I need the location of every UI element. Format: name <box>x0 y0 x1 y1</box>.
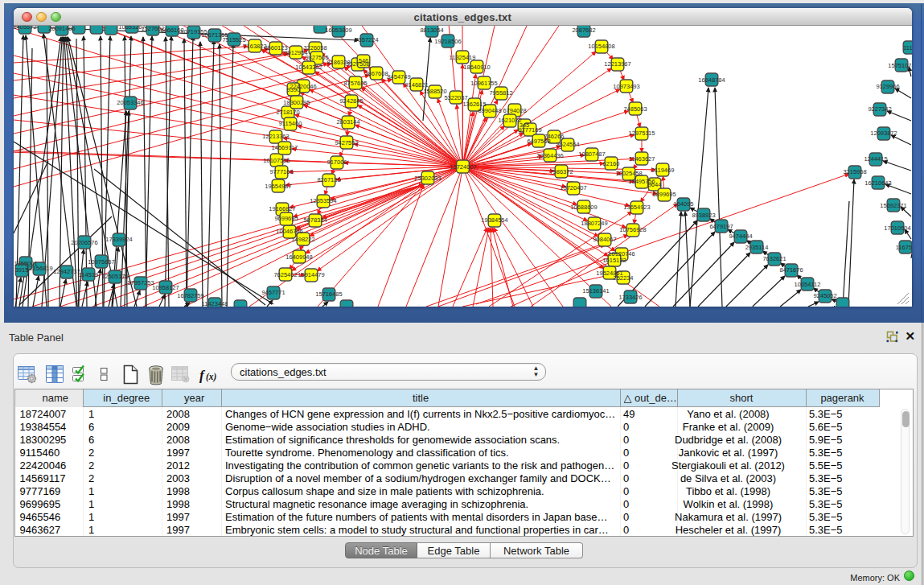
svg-text:1405572: 1405572 <box>14 26 37 31</box>
svg-text:8471676: 8471676 <box>779 266 803 274</box>
svg-text:8757685: 8757685 <box>343 80 367 87</box>
svg-text:12213967: 12213967 <box>604 60 630 68</box>
svg-text:114519: 114519 <box>79 271 98 278</box>
svg-text:19218506: 19218506 <box>434 38 461 45</box>
svg-text:16053809: 16053809 <box>325 27 351 34</box>
svg-text:10107556: 10107556 <box>263 157 290 164</box>
svg-text:10958127: 10958127 <box>152 284 179 291</box>
svg-text:10046766: 10046766 <box>276 228 302 235</box>
svg-text:9777169: 9777169 <box>269 168 293 175</box>
svg-text:8990448: 8990448 <box>478 107 501 114</box>
svg-text:12213363: 12213363 <box>262 133 289 140</box>
svg-text:5878334: 5878334 <box>303 216 326 224</box>
svg-text:f: f <box>199 368 206 383</box>
svg-text:15692371: 15692371 <box>880 202 906 209</box>
svg-text:10807487: 10807487 <box>578 150 605 158</box>
svg-text:19384554: 19384554 <box>481 216 507 224</box>
svg-text:7625402: 7625402 <box>273 271 297 278</box>
svg-text:252234: 252234 <box>613 274 633 282</box>
svg-text:8938923: 8938923 <box>692 212 715 219</box>
svg-text:16914479: 16914479 <box>298 271 324 278</box>
svg-text:17957253: 17957253 <box>127 279 154 286</box>
svg-text:9644: 9644 <box>648 181 662 188</box>
svg-text:16782759: 16782759 <box>177 292 203 299</box>
svg-text:11325419: 11325419 <box>450 54 476 61</box>
svg-text:2803144: 2803144 <box>336 118 359 126</box>
svg-text:12975115: 12975115 <box>629 130 655 137</box>
svg-text:1112: 1112 <box>903 44 911 51</box>
svg-text:16409948: 16409948 <box>285 253 312 261</box>
svg-text:2087682: 2087682 <box>572 27 595 34</box>
svg-text:1615132: 1615132 <box>602 257 626 264</box>
svg-text:9777169: 9777169 <box>518 126 541 134</box>
svg-text:16648784: 16648784 <box>698 76 725 84</box>
svg-text:9427552: 9427552 <box>335 139 358 146</box>
svg-text:6899695: 6899695 <box>652 191 676 198</box>
svg-text:10154808: 10154808 <box>588 43 614 50</box>
svg-text:15716485: 15716485 <box>315 290 342 298</box>
svg-text:6479197: 6479197 <box>709 223 733 230</box>
svg-text:10961755: 10961755 <box>470 80 497 87</box>
svg-text:9699695: 9699695 <box>274 215 298 222</box>
svg-text:11463627: 11463627 <box>629 155 655 163</box>
svg-text:18724007: 18724007 <box>450 163 476 171</box>
svg-text:8267130: 8267130 <box>317 176 340 183</box>
svg-text:7955812: 7955812 <box>489 89 512 97</box>
svg-text:9115460: 9115460 <box>279 120 302 127</box>
svg-text:12093872: 12093872 <box>870 130 897 137</box>
svg-text:9245052: 9245052 <box>813 292 836 299</box>
svg-text:11423448: 11423448 <box>202 300 228 307</box>
svg-text:3226058: 3226058 <box>303 44 326 51</box>
svg-text:20091406: 20091406 <box>48 26 75 32</box>
svg-text:(x): (x) <box>206 372 217 382</box>
svg-text:9242845: 9242845 <box>339 97 363 105</box>
svg-text:15751074: 15751074 <box>888 62 911 69</box>
svg-text:19654987: 19654987 <box>265 183 291 190</box>
svg-text:7163822: 7163822 <box>243 43 266 50</box>
svg-text:7986372: 7986372 <box>549 168 573 175</box>
svg-text:17010504: 17010504 <box>884 225 910 232</box>
svg-text:9129966: 9129966 <box>876 83 899 90</box>
svg-text:12156819: 12156819 <box>26 265 52 272</box>
svg-text:6794028: 6794028 <box>503 107 526 114</box>
svg-text:3119469: 3119469 <box>651 167 675 174</box>
svg-text:1733426: 1733426 <box>618 294 642 301</box>
svg-text:10756928: 10756928 <box>619 226 646 233</box>
svg-text:12942737: 12942737 <box>53 268 80 275</box>
svg-text:2867608: 2867608 <box>364 70 388 77</box>
svg-text:9457771: 9457771 <box>261 289 285 296</box>
svg-text:546: 546 <box>359 57 369 64</box>
svg-text:10975857: 10975857 <box>88 258 114 266</box>
svg-text:8813054: 8813054 <box>420 27 443 34</box>
svg-text:10654112: 10654112 <box>795 281 821 288</box>
svg-text:17339924: 17339924 <box>105 236 132 243</box>
svg-text:12505175: 12505175 <box>101 273 128 280</box>
svg-text:746266: 746266 <box>544 133 564 140</box>
svg-text:20053346: 20053346 <box>117 99 143 106</box>
svg-text:9827505: 9827505 <box>305 54 328 61</box>
svg-text:20364436: 20364436 <box>536 152 563 159</box>
svg-text:13654923: 13654923 <box>623 204 650 211</box>
svg-text:15720407: 15720407 <box>560 184 586 192</box>
svg-text:16210643: 16210643 <box>864 179 891 187</box>
svg-text:7515525: 7515525 <box>222 36 245 43</box>
svg-text:19166827: 19166827 <box>269 205 295 212</box>
svg-text:9474444: 9474444 <box>729 233 752 240</box>
svg-text:25302033: 25302033 <box>414 175 441 182</box>
svg-text:18807249: 18807249 <box>581 220 607 227</box>
svg-text:62160: 62160 <box>603 160 620 167</box>
svg-text:2718170: 2718170 <box>276 109 299 116</box>
svg-text:164095: 164095 <box>673 200 693 208</box>
svg-text:1588520: 1588520 <box>423 88 446 95</box>
svg-text:7357224: 7357224 <box>355 36 378 43</box>
svg-text:18300295: 18300295 <box>283 99 310 106</box>
svg-text:9390: 9390 <box>287 86 301 93</box>
svg-text:3215958: 3215958 <box>843 168 866 175</box>
svg-text:9084067: 9084067 <box>593 236 616 243</box>
svg-text:116753: 116753 <box>896 244 912 251</box>
svg-text:9227342: 9227342 <box>868 105 891 113</box>
svg-text:18640910: 18640910 <box>463 64 490 71</box>
svg-text:10688609: 10688609 <box>570 204 597 211</box>
svg-text:1244415: 1244415 <box>864 155 887 163</box>
svg-text:12353594: 12353594 <box>310 197 336 204</box>
